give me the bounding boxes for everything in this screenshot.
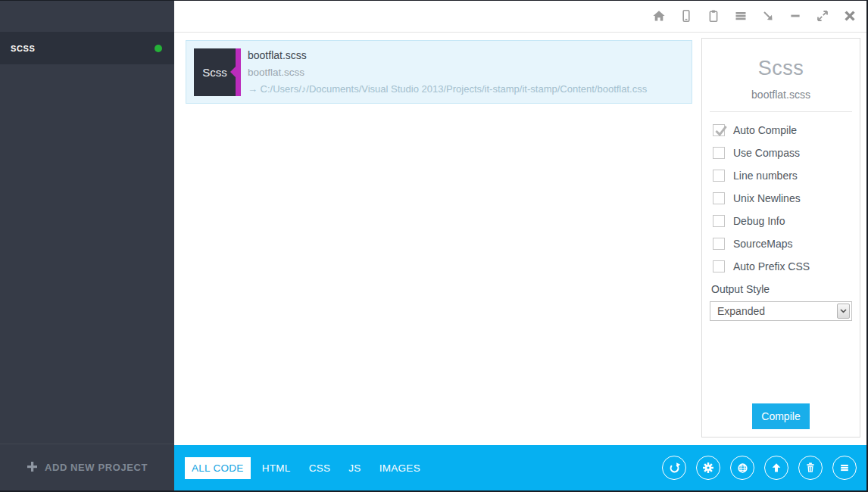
- main-area: Scss bootflat.scss bootflat.scss → C:/Us…: [174, 0, 868, 492]
- trash-icon[interactable]: [798, 456, 823, 480]
- file-list-item[interactable]: Scss bootflat.scss bootflat.scss → C:/Us…: [186, 40, 692, 104]
- bottom-bar: ALL CODE HTML CSS JS IMAGES: [174, 445, 868, 490]
- panel-divider: [710, 111, 852, 112]
- tab-html[interactable]: HTML: [255, 457, 298, 479]
- menu-icon[interactable]: [733, 9, 748, 23]
- file-output-path: → C:/Users/♪/Documents/Visual Studio 201…: [248, 83, 647, 95]
- panel-title: Scss: [702, 57, 860, 80]
- refresh-icon[interactable]: [662, 456, 686, 480]
- checkbox[interactable]: [713, 238, 725, 250]
- project-name: SCSS: [11, 44, 35, 53]
- checkbox[interactable]: [713, 215, 725, 227]
- content-area: Scss bootflat.scss bootflat.scss → C:/Us…: [174, 33, 868, 445]
- option-use-compass[interactable]: Use Compass: [702, 142, 860, 164]
- home-icon[interactable]: [651, 9, 666, 23]
- add-new-project-label: ADD NEW PROJECT: [45, 462, 148, 473]
- chevron-down-icon[interactable]: [837, 304, 850, 319]
- checkbox[interactable]: [713, 147, 725, 159]
- output-style-value: Expanded: [717, 305, 765, 317]
- top-toolbar: [174, 0, 868, 33]
- upload-icon[interactable]: [764, 456, 788, 480]
- plus-icon: [27, 461, 38, 475]
- resize-icon[interactable]: [760, 9, 775, 23]
- projects-sidebar: SCSS ADD NEW PROJECT: [0, 0, 174, 492]
- tab-js[interactable]: JS: [342, 457, 367, 479]
- filter-tabs: ALL CODE HTML CSS JS IMAGES: [185, 457, 427, 479]
- tab-all-code[interactable]: ALL CODE: [185, 457, 251, 479]
- globe-icon[interactable]: [730, 456, 754, 480]
- menu-icon[interactable]: [832, 456, 857, 480]
- sidebar-footer: ADD NEW PROJECT: [0, 444, 174, 490]
- file-type-badge: Scss: [194, 48, 241, 96]
- tab-css[interactable]: CSS: [302, 457, 338, 479]
- option-label: Debug Info: [733, 215, 785, 227]
- close-icon[interactable]: [842, 9, 857, 23]
- option-label: Use Compass: [733, 147, 800, 159]
- checkbox[interactable]: [713, 192, 725, 204]
- mobile-icon[interactable]: [679, 9, 693, 23]
- option-label: Line numbers: [733, 170, 798, 182]
- output-style-select[interactable]: Expanded: [710, 301, 852, 321]
- add-new-project-button[interactable]: ADD NEW PROJECT: [27, 461, 148, 475]
- file-source-path: bootflat.scss: [248, 67, 647, 78]
- file-options-panel: Scss bootflat.scss Auto Compile Use Comp…: [701, 38, 860, 438]
- file-name: bootflat.scss: [248, 49, 647, 61]
- checkbox[interactable]: [713, 260, 725, 272]
- option-sourcemaps[interactable]: SourceMaps: [702, 232, 860, 255]
- file-type-badge-label: Scss: [202, 66, 233, 79]
- option-label: SourceMaps: [733, 238, 793, 250]
- gear-icon[interactable]: [696, 456, 720, 480]
- option-label: Unix Newlines: [733, 192, 801, 204]
- project-status-dot: [155, 45, 162, 52]
- option-label: Auto Prefix CSS: [733, 260, 810, 272]
- panel-subtitle: bootflat.scss: [702, 89, 860, 101]
- option-unix-newlines[interactable]: Unix Newlines: [702, 187, 860, 210]
- option-line-numbers[interactable]: Line numbers: [702, 164, 860, 187]
- option-auto-compile[interactable]: Auto Compile: [702, 119, 860, 142]
- app-window: SCSS ADD NEW PROJECT: [0, 0, 868, 492]
- clipboard-icon[interactable]: [706, 9, 720, 23]
- option-auto-prefix-css[interactable]: Auto Prefix CSS: [702, 255, 860, 278]
- sidebar-item-scss[interactable]: SCSS: [0, 32, 174, 64]
- minimize-icon[interactable]: [788, 9, 802, 23]
- maximize-icon[interactable]: [815, 9, 829, 23]
- option-debug-info[interactable]: Debug Info: [702, 210, 860, 232]
- tab-images[interactable]: IMAGES: [373, 457, 427, 479]
- checkbox[interactable]: [713, 170, 725, 182]
- option-label: Auto Compile: [733, 124, 797, 136]
- file-texts: bootflat.scss bootflat.scss → C:/Users/♪…: [248, 49, 647, 95]
- compile-options-list: Auto Compile Use Compass Line numbers Un…: [702, 119, 860, 278]
- compile-button[interactable]: Compile: [752, 403, 810, 429]
- checkbox[interactable]: [713, 124, 725, 136]
- project-action-buttons: [662, 456, 857, 480]
- badge-ribbon-arrow: [230, 67, 236, 77]
- badge-ribbon: [236, 48, 241, 96]
- output-style-label: Output Style: [711, 283, 860, 295]
